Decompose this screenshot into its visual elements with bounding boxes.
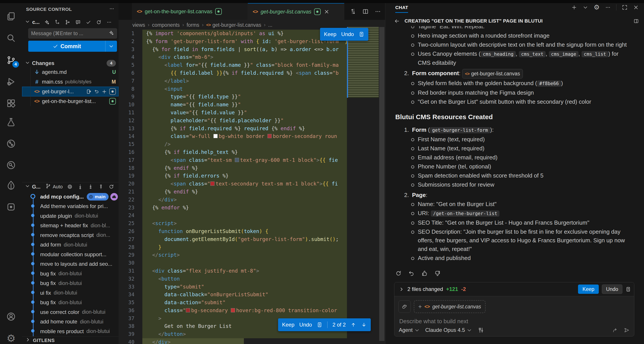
commit-row[interactable]: add formdion-blutui [22,240,118,250]
undo-button[interactable]: Undo [299,322,312,328]
code-line-3[interactable]: 3 {% for field in form.fields | sort((a,… [118,46,385,54]
close-icon[interactable] [633,5,639,11]
activity-bar-beaker-icon[interactable] [0,112,22,132]
comment-code-icon[interactable] [75,20,81,25]
code-line-15[interactable]: 15 /> [118,140,385,148]
commit-row[interactable]: move to layouts and add seo... [22,259,118,269]
sparkle-icon[interactable] [108,30,114,37]
activity-bar-gear-icon[interactable]: ⚙ [0,328,22,344]
code-line-5[interactable]: 5 <label for="{{ field.name }}" class="b… [118,61,385,69]
new-chat-icon[interactable] [571,5,577,11]
activity-bar-extensions-icon[interactable] [0,94,22,113]
pull-icon[interactable] [88,184,93,190]
commit-row[interactable]: use correct colordion-blutui [22,307,118,317]
branch-badge[interactable]: main [87,193,108,201]
undo-all-button[interactable]: Undo [602,284,622,294]
stage-icon[interactable] [102,89,107,94]
go-to-file-icon[interactable] [86,89,92,94]
code-line-16[interactable]: 16 {% if field.help_text %} [118,148,385,156]
chat-input[interactable]: Describe what to build next [399,318,634,325]
send-icon[interactable] [624,327,630,333]
diff-file-icon[interactable] [359,31,364,37]
commit-row[interactable]: add mcp config...main [22,192,118,202]
diff-file-icon[interactable] [317,322,322,328]
refresh-icon[interactable] [108,184,114,190]
graph-icon[interactable] [65,20,70,25]
undo-button[interactable]: Undo [341,31,354,37]
code-line-23[interactable]: 23 {% endfor %} [118,204,385,212]
code-line-8[interactable]: 8 <input [118,85,385,93]
commit-message-input[interactable]: Message (⌘Enter to ... [28,28,117,39]
activity-bar-leaf-icon[interactable] [0,175,22,195]
code-line-33[interactable]: 33 type="submit" [118,283,385,291]
commit-row[interactable]: modular collection support... [22,250,118,259]
code-line-27[interactable]: 27 document.getElementById("get-burger-l… [118,235,385,243]
breadcrumb-item[interactable]: components [152,22,180,28]
tab-chat[interactable]: CHAT [395,5,408,10]
changes-header[interactable]: Changes 4 [22,59,118,68]
diff-file-icon[interactable] [626,286,631,292]
close-icon[interactable] [324,9,330,15]
previous-edit-icon[interactable] [350,322,356,328]
code-line-24[interactable]: 24 [118,212,385,220]
open-in-editor-icon[interactable] [634,18,639,24]
tools-icon[interactable] [478,327,484,333]
code-line-36[interactable]: 36 class="bg-secondary hover:bg-red-800 … [118,307,385,315]
code-line-28[interactable]: 28 } [118,243,385,251]
chevron-down-icon[interactable] [582,5,588,11]
file-chip[interactable]: <>get-burger-list.canvas [462,69,523,78]
breadcrumb-item[interactable]: ... [268,22,272,28]
code-line-32[interactable]: 32 <button [118,275,385,283]
keep-button[interactable]: Keep [324,31,336,37]
activity-bar-source-control-icon[interactable]: 4 [0,50,22,70]
activity-bar-git-circle-icon[interactable] [0,134,22,153]
activity-bar-box-icon[interactable] [0,197,22,217]
file-row-main-css[interactable]: #main.csspublic/stylesM [22,77,118,87]
code-line-26[interactable]: 26 function onBurgerListSubmit(token) { [118,228,385,235]
chevron-right-icon[interactable] [399,286,404,292]
commit-row[interactable]: add home routedion-blutui [22,317,118,327]
repo-row[interactable]: c... [22,18,118,27]
more-actions-icon[interactable] [374,8,381,15]
file-row-agents-md[interactable]: agents.mdU [22,67,118,77]
code-line-14[interactable]: 14 class="w-full bg-white border border-… [118,132,385,140]
file-row-get-burger-l-[interactable]: <>get-burger-l... [22,87,118,96]
commit-row[interactable]: remove recaptca scriptdion... [22,230,118,240]
activity-bar-account-icon[interactable] [0,307,22,326]
commit-row[interactable]: bug fixdion-blutui [22,298,118,307]
gear-icon[interactable]: ⚙ [594,4,600,11]
send-to-icon[interactable] [612,327,618,333]
commit-row[interactable]: mobile res productdion-blutui [22,326,118,336]
chevron-down-icon[interactable] [25,19,30,26]
code-line-31[interactable]: 31 <div class="flex justify-end mt-8"> [118,267,385,275]
commit-row[interactable]: bug fixdion-blutui [22,279,118,288]
discard-icon[interactable] [94,89,99,94]
commit-row[interactable]: update plugindion-blutui [22,211,118,221]
code-line-29[interactable]: 29 </script> [118,251,385,259]
tab-get-burger-list[interactable]: <> get-burger-list.canvas [248,3,344,20]
maximize-panel-icon[interactable] [622,5,628,11]
code-line-6[interactable]: 6 {{ field.label }}{% if field.required … [118,69,385,77]
commit-row[interactable]: bug fixdion-blutui [22,269,118,279]
editor-scrollbar[interactable] [379,27,384,341]
next-edit-icon[interactable] [361,322,367,328]
activity-bar-run-debug-icon[interactable] [0,72,22,92]
keep-all-button[interactable]: Keep [578,284,599,294]
code-line-21[interactable]: 21 {% endif %} [118,188,385,196]
thumbs-up-icon[interactable] [421,270,428,277]
check-icon[interactable] [86,20,91,25]
activity-bar-git-search-icon[interactable] [0,155,22,175]
activity-bar-search-icon[interactable] [0,28,22,48]
fetch-icon[interactable] [78,184,83,190]
code-line-35[interactable]: 35 data-action="submit" [118,299,385,307]
more-actions-icon[interactable] [109,6,114,13]
split-editor-icon[interactable] [362,8,369,15]
commit-dropdown[interactable] [105,41,117,52]
code-line-13[interactable]: 13 {% if field.required %} required {% e… [118,125,385,133]
ellipsis-icon[interactable] [106,20,112,25]
branch-plus-icon[interactable] [54,20,60,25]
breadcrumb[interactable]: views›components›forms›<>get-burger-list… [132,22,272,28]
code-line-25[interactable]: 25 <script> [118,220,385,228]
context-file-chip[interactable]: + <> get-burger-list.canvas [414,300,486,313]
tab-get-on-the-burger-list[interactable]: <> get-on-the-burger-list.canvas [132,3,248,20]
